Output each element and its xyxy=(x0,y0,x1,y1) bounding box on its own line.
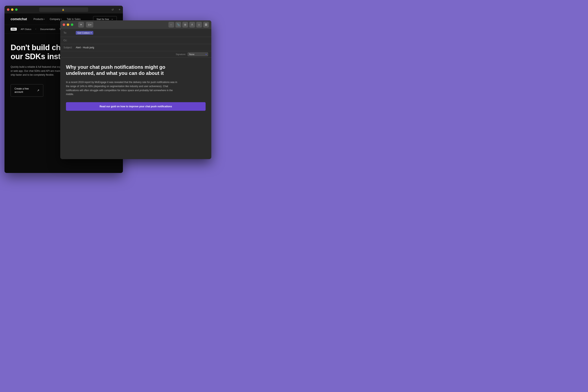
close-button[interactable] xyxy=(7,8,10,11)
back-icon: ← xyxy=(170,23,172,26)
create-free-account-button[interactable]: Create a free account ↗ xyxy=(11,84,43,97)
browser-titlebar: 🔒 ↺ + xyxy=(5,6,123,14)
email-content-area: Why your chat push notifications might g… xyxy=(60,58,211,117)
signature-chevron-icon: ▾ xyxy=(206,53,207,56)
subnav-api-status[interactable]: API Status xyxy=(21,28,32,30)
font-icon: A xyxy=(191,23,193,26)
signature-value: None xyxy=(189,53,194,56)
products-chevron-icon: ▾ xyxy=(44,18,45,20)
email-menu-button[interactable]: ☰ ▾ xyxy=(86,22,93,28)
nav-cta-arrow-icon: → xyxy=(111,18,113,20)
nav-item-products[interactable]: Products ▾ xyxy=(34,18,45,20)
signature-row: Signature: None ▾ xyxy=(60,51,211,58)
recipient-chevron-icon: ▾ xyxy=(91,32,92,34)
email-minimize-button[interactable] xyxy=(67,24,69,26)
attachment-icon: 📎 xyxy=(177,23,180,26)
email-attachment-button[interactable]: 📎 xyxy=(175,22,181,28)
nav-label-company: Company xyxy=(50,18,60,20)
subnav-documentation[interactable]: Documentation xyxy=(40,28,55,30)
email-read-guide-button[interactable]: Read our guid on how to improve your cha… xyxy=(66,102,206,111)
nav-items: Products ▾ Company ▾ Talk to Sales xyxy=(34,18,93,20)
address-bar[interactable]: 🔒 xyxy=(39,7,88,12)
site-logo: cometchat xyxy=(11,17,27,21)
signature-label: Signature: xyxy=(176,53,186,56)
email-back-button[interactable]: ← xyxy=(168,22,174,28)
signature-select[interactable]: None ▾ xyxy=(188,52,208,56)
email-titlebar: ✈ ☰ ▾ ← 📎 ⊞ A ☺ 🖼 xyxy=(60,20,211,29)
cc-label: Cc: xyxy=(64,39,74,42)
image-icon: 🖼 xyxy=(205,23,207,26)
email-font-button[interactable]: A xyxy=(189,22,195,28)
nav-label-products: Products xyxy=(34,18,43,20)
new-tab-button[interactable]: + xyxy=(119,8,120,12)
email-right-toolbar: ← 📎 ⊞ A ☺ 🖼 xyxy=(168,22,209,28)
send-icon: ✈ xyxy=(80,23,82,26)
email-to-field: To: Giel Cobben ▾ xyxy=(60,29,211,37)
nav-label-sales: Talk to Sales xyxy=(67,18,81,20)
emoji-icon: ☺ xyxy=(198,23,200,26)
email-maximize-button[interactable] xyxy=(71,24,73,26)
email-toolbar: ✈ ☰ ▾ xyxy=(78,22,93,28)
to-label: To: xyxy=(64,32,74,34)
refresh-button[interactable]: ↺ xyxy=(112,8,114,11)
email-emoji-button[interactable]: ☺ xyxy=(196,22,202,28)
hero-cta-line2: account xyxy=(15,90,29,94)
menu-icon: ☰ xyxy=(88,24,90,26)
menu-chevron-icon: ▾ xyxy=(90,24,91,26)
email-table-button[interactable]: ⊞ xyxy=(182,22,188,28)
email-subject-field[interactable]: Subject: Alert - Huub jarig xyxy=(60,44,211,51)
minimize-button[interactable] xyxy=(11,8,14,11)
subject-text: Alert - Huub jarig xyxy=(76,46,94,49)
nav-item-sales[interactable]: Talk to Sales xyxy=(67,18,81,20)
subnav-dot: • xyxy=(36,28,36,30)
hero-cta-line1: Create a free xyxy=(15,87,29,90)
hero-cta-arrow-icon: ↗ xyxy=(37,88,39,92)
email-image-button[interactable]: 🖼 xyxy=(203,22,209,28)
recipient-tag[interactable]: Giel Cobben ▾ xyxy=(76,31,93,35)
lock-icon: 🔒 xyxy=(62,8,64,11)
nav-item-company[interactable]: Company ▾ xyxy=(50,18,62,20)
company-chevron-icon: ▾ xyxy=(61,18,62,20)
pro-badge: PRO xyxy=(11,28,17,30)
email-content-title: Why your chat push notifications might g… xyxy=(66,64,184,76)
nav-cta-label: Start for free xyxy=(97,18,109,20)
maximize-button[interactable] xyxy=(15,8,18,11)
email-cc-field[interactable]: Cc: xyxy=(60,37,211,44)
hero-cta-text: Create a free account xyxy=(15,87,29,94)
email-compose-window: ✈ ☰ ▾ ← 📎 ⊞ A ☺ 🖼 xyxy=(60,20,211,159)
email-content-body: In a recent 2019 report by MoEngage it w… xyxy=(66,80,180,96)
subject-label: Subject: xyxy=(64,46,74,49)
email-close-button[interactable] xyxy=(63,24,65,26)
email-cta-label: Read our guid on how to improve your cha… xyxy=(100,105,172,108)
email-send-button[interactable]: ✈ xyxy=(78,22,84,28)
table-icon: ⊞ xyxy=(184,23,186,26)
recipient-name: Giel Cobben xyxy=(77,32,90,34)
